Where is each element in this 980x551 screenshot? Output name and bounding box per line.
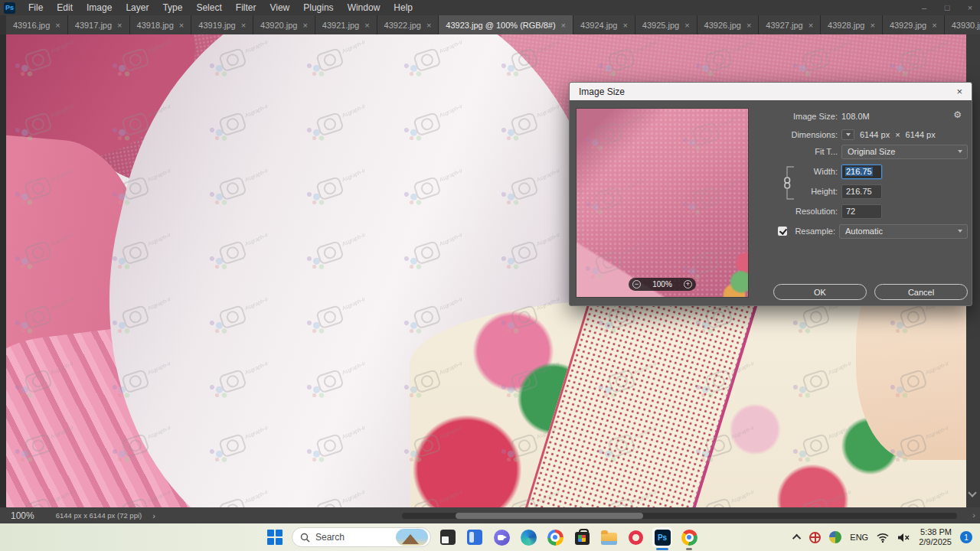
tab-43919[interactable]: 43919.jpg× xyxy=(191,15,253,34)
status-chevron-icon[interactable]: › xyxy=(152,511,155,520)
clock[interactable]: 5:38 PM 2/9/2025 xyxy=(919,527,952,547)
zoom-out-icon[interactable]: − xyxy=(632,280,641,289)
volume-muted-icon[interactable] xyxy=(897,533,910,543)
cancel-button[interactable]: Cancel xyxy=(874,284,968,300)
tray-chevron-up-icon[interactable] xyxy=(792,534,801,543)
notification-badge[interactable]: 1 xyxy=(960,531,972,543)
tab-close-icon[interactable]: × xyxy=(241,21,246,30)
menu-plugins[interactable]: Plugins xyxy=(296,0,340,15)
status-bar: 100% 6144 px x 6144 px (72 ppi) › › xyxy=(0,507,980,523)
store-icon[interactable] xyxy=(572,527,592,547)
tab-close-icon[interactable]: × xyxy=(684,21,689,30)
menu-select[interactable]: Select xyxy=(189,0,228,15)
resolution-label: Resolution: xyxy=(778,207,838,216)
maximize-icon[interactable]: □ xyxy=(942,3,952,12)
tab-close-icon[interactable]: × xyxy=(55,21,60,30)
photoshop-taskbar-icon[interactable]: Ps xyxy=(652,527,672,547)
start-button[interactable] xyxy=(265,527,285,547)
menu-help[interactable]: Help xyxy=(387,0,420,15)
tab-43920[interactable]: 43920.jpg× xyxy=(253,15,315,34)
tab-close-icon[interactable]: × xyxy=(561,21,566,30)
tab-close-icon[interactable]: × xyxy=(932,21,936,30)
tab-close-icon[interactable]: × xyxy=(622,21,627,30)
tab-43916[interactable]: 43916.jpg× xyxy=(6,15,68,34)
task-view-icon[interactable] xyxy=(438,527,458,547)
menu-filter[interactable]: Filter xyxy=(229,0,263,15)
tab-43921[interactable]: 43921.jpg× xyxy=(315,15,377,34)
tab-43927[interactable]: 43927.jpg× xyxy=(759,15,821,34)
minimize-icon[interactable]: – xyxy=(919,3,929,12)
chevron-down-icon xyxy=(958,150,962,153)
zoom-level[interactable]: 100% xyxy=(11,510,34,521)
tab-43929[interactable]: 43929.jpg× xyxy=(883,15,945,34)
widgets-icon[interactable] xyxy=(465,527,485,547)
horizontal-scrollbar[interactable] xyxy=(402,513,957,519)
menu-file[interactable]: File xyxy=(21,0,50,15)
document-tab-bar: 43916.jpg× 43917.jpg× 43918.jpg× 43919.j… xyxy=(0,15,980,34)
image-preview[interactable]: − 100% + xyxy=(576,108,749,298)
tab-43925[interactable]: 43925.jpg× xyxy=(635,15,697,34)
tab-close-icon[interactable]: × xyxy=(117,21,122,30)
image-size-dialog: Image Size × − 100% + Image Size: 108.0M… xyxy=(569,82,972,306)
resample-row: Resample: Automatic xyxy=(778,223,968,239)
ok-button[interactable]: OK xyxy=(773,284,867,300)
lens-camera-icon[interactable] xyxy=(545,527,565,547)
chevron-down-icon xyxy=(958,230,962,233)
menu-edit[interactable]: Edit xyxy=(50,0,80,15)
windows-taskbar: Search Ps ENG 5:38 PM 2/9/2025 1 xyxy=(0,523,980,551)
tray-idm-icon[interactable] xyxy=(829,531,841,543)
edge-icon[interactable] xyxy=(518,527,538,547)
tray-red-app-icon[interactable] xyxy=(809,532,821,543)
tab-43922[interactable]: 43922.jpg× xyxy=(377,15,439,34)
resolution-input[interactable] xyxy=(841,204,882,219)
tab-43930[interactable]: 43930.jpg× xyxy=(945,15,980,34)
windows-logo-icon xyxy=(266,529,283,546)
dialog-title-bar[interactable]: Image Size × xyxy=(570,83,972,100)
weather-widget-icon[interactable] xyxy=(396,529,428,546)
file-explorer-icon[interactable] xyxy=(599,527,619,547)
tab-close-icon[interactable]: × xyxy=(302,21,307,30)
chrome-icon[interactable] xyxy=(679,527,699,547)
fit-to-select[interactable]: Original Size xyxy=(841,145,968,159)
link-dimensions-icon[interactable] xyxy=(783,165,795,201)
language-indicator[interactable]: ENG xyxy=(850,533,868,542)
zoom-in-icon[interactable]: + xyxy=(684,280,692,289)
tab-close-icon[interactable]: × xyxy=(870,21,874,30)
dimensions-width: 6144 px xyxy=(860,130,890,139)
dimensions-dropdown[interactable] xyxy=(841,129,854,140)
tab-close-icon[interactable]: × xyxy=(179,21,184,30)
tab-close-icon[interactable]: × xyxy=(808,21,813,30)
width-input[interactable]: 216.75 xyxy=(841,165,882,179)
gear-icon[interactable]: ⚙ xyxy=(953,109,962,120)
tab-43926[interactable]: 43926.jpg× xyxy=(697,15,760,34)
corner-chevron-icon[interactable]: › xyxy=(972,510,975,520)
opera-icon[interactable] xyxy=(626,527,645,547)
dialog-close-icon[interactable]: × xyxy=(956,86,962,97)
image-size-value: 108.0M xyxy=(841,112,870,121)
tab-43928[interactable]: 43928.jpg× xyxy=(821,15,883,34)
tab-43924[interactable]: 43924.jpg× xyxy=(573,15,635,34)
window-controls: – □ × xyxy=(919,0,975,15)
horizontal-scroll-thumb[interactable] xyxy=(456,513,643,519)
tab-close-icon[interactable]: × xyxy=(426,21,431,30)
menu-type[interactable]: Type xyxy=(155,0,189,15)
tab-43917[interactable]: 43917.jpg× xyxy=(68,15,130,34)
menu-layer[interactable]: Layer xyxy=(119,0,155,15)
menu-image[interactable]: Image xyxy=(80,0,119,15)
menu-window[interactable]: Window xyxy=(341,0,387,15)
taskbar-search[interactable]: Search xyxy=(292,527,431,547)
fit-to-row: Fit T... Original Size xyxy=(778,144,968,159)
wifi-icon[interactable] xyxy=(877,533,889,543)
tab-43918[interactable]: 43918.jpg× xyxy=(130,15,192,34)
scroll-down-icon[interactable] xyxy=(968,488,976,497)
tab-close-icon[interactable]: × xyxy=(746,21,751,30)
close-icon[interactable]: × xyxy=(965,3,975,12)
resample-checkbox[interactable] xyxy=(778,227,787,236)
height-input[interactable] xyxy=(841,184,882,199)
resample-select[interactable]: Automatic xyxy=(839,224,968,239)
search-placeholder: Search xyxy=(315,532,390,543)
menu-view[interactable]: View xyxy=(263,0,296,15)
tab-43923-active[interactable]: 43923.jpg @ 100% (RGB/8#)× xyxy=(439,15,573,34)
tab-close-icon[interactable]: × xyxy=(364,21,369,30)
chat-icon[interactable] xyxy=(492,527,511,547)
